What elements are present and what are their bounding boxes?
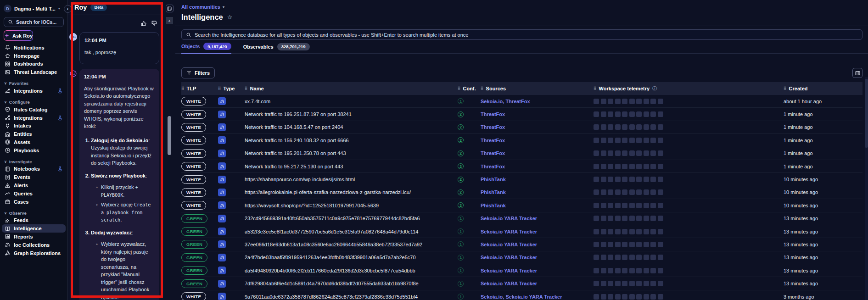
sidebar-item-assets[interactable]: Assets (2, 138, 66, 146)
sources-cell[interactable]: Sekoia.io, ThreatFox (481, 99, 594, 104)
sidebar-item-graph-explorations[interactable]: Graph Explorations (2, 249, 66, 257)
drag-grip-icon[interactable]: ⠿ (481, 86, 483, 91)
sidebar-item-playbooks[interactable]: Playbooks (2, 146, 66, 155)
thumbs-down-icon[interactable] (151, 20, 157, 27)
table-row[interactable]: WHITEhttps://shabanpourco.com/wp-include… (181, 173, 862, 186)
name-cell[interactable]: https://shabanpourco.com/wp-includes/js/… (245, 177, 458, 182)
name-cell[interactable]: 232cd945669391a40fc650ab3575711c0a9c975e… (245, 216, 458, 221)
communities-dropdown[interactable]: All communities ▾ (181, 4, 862, 10)
table-row[interactable]: GREENa532f3e3ec5e8f1ac0d37725907bc5a6d1e… (181, 225, 862, 238)
column-header-sources[interactable]: ⠿Sources (481, 86, 594, 91)
panel-collapse-icon[interactable] (166, 5, 174, 12)
sidebar-section-configure[interactable]: ∨Configure (4, 100, 67, 105)
column-header-created[interactable]: ⠿Created (784, 86, 862, 91)
name-cell[interactable]: Network traffic to 104.168.5.47 on port … (245, 124, 458, 130)
name-cell[interactable]: https://allegrolokalnie.pl-oferta-szafka… (245, 189, 458, 195)
table-row[interactable]: WHITEhttps://wavysoft.shop/cpn/?id=12525… (181, 199, 862, 212)
table-row[interactable]: WHITENetwork traffic to 156.240.108.32 o… (181, 134, 862, 147)
filters-button[interactable]: Filters (181, 67, 215, 78)
name-cell[interactable]: 9a76011aa0de6372a358787df862624a825c873c… (245, 294, 458, 300)
name-cell[interactable]: Network traffic to 195.201.250.78 on por… (245, 150, 458, 156)
name-cell[interactable]: https://wavysoft.shop/cpn/?id=1252518101… (245, 203, 458, 208)
sidebar-item-intakes[interactable]: Intakes (2, 122, 66, 130)
sidebar-section-favorites[interactable]: ∨Favorites (4, 81, 67, 86)
name-cell[interactable]: 2a4f7bde03baaf5f09195941263a4ee3fdfb0b48… (245, 255, 458, 260)
column-header-workspace-telemetry[interactable]: ⠿Workspace telemetryⓘ (594, 85, 784, 92)
tab-observables[interactable]: Observables 328,701,219 (243, 43, 310, 53)
name-cell[interactable]: 37ee066d18e93db613a1a08c3560e6ac2606644b… (245, 242, 458, 247)
intelligence-search-input[interactable]: Search the Intelligence database for all… (181, 29, 862, 40)
sidebar-item-cases[interactable]: Cases (2, 198, 66, 206)
sidebar-item-integrations[interactable]: Integrations (2, 114, 66, 122)
chat-scrollbar-thumb[interactable] (168, 116, 171, 155)
scroll-up-arrow[interactable]: ▲ (166, 17, 173, 24)
sources-cell[interactable]: Sekoia.io YARA Tracker (481, 268, 594, 273)
sources-cell[interactable]: ThreatFox (481, 124, 594, 130)
sources-cell[interactable]: Sekoia.io YARA Tracker (481, 281, 594, 286)
sidebar-item-queries[interactable]: Queries (2, 189, 66, 198)
drag-grip-icon[interactable]: ⠿ (784, 86, 786, 91)
sources-cell[interactable]: PhishTank (481, 189, 594, 195)
table-row[interactable]: WHITENetwork traffic to 195.201.250.78 o… (181, 147, 862, 160)
sources-cell[interactable]: Sekoia.io YARA Tracker (481, 229, 594, 234)
sidebar-item-feeds[interactable]: Feeds (2, 217, 66, 225)
name-cell[interactable]: xx.7.4t.com (245, 99, 458, 104)
sidebar-item-alerts[interactable]: Alerts (2, 181, 66, 189)
sources-cell[interactable]: Sekoia.io YARA Tracker (481, 242, 594, 247)
drag-grip-icon[interactable]: ⠿ (594, 86, 596, 91)
main-scrollbar-thumb[interactable] (865, 79, 868, 148)
sidebar-item-events[interactable]: Events (2, 173, 66, 181)
table-row[interactable]: GREENda5f49480920b4b00f6c2f2cb117660eda2… (181, 264, 862, 277)
table-row[interactable]: WHITENetwork traffic to 196.251.87.197 o… (181, 108, 862, 121)
sidebar-item-reports[interactable]: Reports (2, 233, 66, 241)
main-scrollbar[interactable] (865, 77, 868, 300)
table-row[interactable]: WHITENetwork traffic to 95.217.25.130 on… (181, 160, 862, 173)
sources-cell[interactable]: Sekoia.io YARA Tracker (481, 255, 594, 260)
sidebar-item-notebooks[interactable]: Notebooks (2, 165, 66, 173)
table-row[interactable]: WHITEhttps://allegrolokalnie.pl-oferta-s… (181, 186, 862, 199)
drag-grip-icon[interactable]: ⠿ (218, 86, 221, 91)
sidebar-item-homepage[interactable]: Homepage (2, 52, 66, 60)
sources-cell[interactable]: PhishTank (481, 203, 594, 208)
column-header-tlp[interactable]: ⠿TLP (181, 86, 218, 91)
name-cell[interactable]: Network traffic to 95.217.25.130 on port… (245, 164, 458, 169)
table-row[interactable]: GREEN2a4f7bde03baaf5f09195941263a4ee3fdf… (181, 251, 862, 264)
sidebar-section-observe[interactable]: ∨Observe (4, 211, 67, 216)
sidebar-section-investigate[interactable]: ∨Investigate (4, 159, 67, 164)
sidebar-item-rules-catalog[interactable]: Rules Catalog (2, 106, 66, 114)
sidebar-item-intelligence[interactable]: Intelligence (2, 224, 66, 233)
thumbs-up-icon[interactable] (140, 20, 147, 27)
name-cell[interactable]: da5f49480920b4b00f6c2f2cb117660eda29f136… (245, 268, 458, 273)
sidebar-item-notifications[interactable]: Notifications (2, 44, 66, 52)
sources-cell[interactable]: ThreatFox (481, 111, 594, 117)
sidebar-item-entities[interactable]: Entities (2, 130, 66, 138)
name-cell[interactable]: Network traffic to 196.251.87.197 on por… (245, 111, 458, 117)
column-header-name[interactable]: ⠿Name (245, 86, 458, 91)
columns-settings-icon[interactable] (852, 68, 862, 78)
table-row[interactable]: GREEN232cd945669391a40fc650ab3575711c0a9… (181, 212, 862, 225)
ask-roy-button[interactable]: Ask Roy (4, 30, 33, 41)
sidebar-item-dashboards[interactable]: Dashboards (2, 60, 66, 68)
name-cell[interactable]: 7df629804ab6f6e4d1c5891d4a7970dd6dd38bdf… (245, 281, 458, 286)
name-cell[interactable]: Network traffic to 156.240.108.32 on por… (245, 138, 458, 143)
sidebar-item-ioc-collections[interactable]: Ioc Collections (2, 241, 66, 249)
table-row[interactable]: GREEN37ee066d18e93db613a1a08c3560e6ac260… (181, 238, 862, 251)
sources-cell[interactable]: PhishTank (481, 177, 594, 182)
drag-grip-icon[interactable]: ⠿ (245, 86, 247, 91)
sidebar-item-integrations[interactable]: Integrations (2, 87, 66, 95)
table-row[interactable]: WHITENetwork traffic to 104.168.5.47 on … (181, 121, 862, 134)
sources-cell[interactable]: ThreatFox (481, 138, 594, 143)
drag-grip-icon[interactable]: ⠿ (458, 86, 460, 91)
search-iocs-input[interactable]: Search for IOCs... (4, 17, 64, 27)
table-row[interactable]: GREEN7df629804ab6f6e4d1c5891d4a7970dd6dd… (181, 277, 862, 290)
column-header-conf[interactable]: ⠿Conf. (458, 86, 481, 91)
sources-cell[interactable]: Sekoia.io YARA Tracker (481, 216, 594, 221)
name-cell[interactable]: a532f3e3ec5e8f1ac0d37725907bc5a6d1e5c315… (245, 229, 458, 234)
favorite-star-icon[interactable]: ☆ (227, 14, 233, 21)
drag-grip-icon[interactable]: ⠿ (181, 86, 184, 91)
sources-cell[interactable]: Sekoia.io, Sekoia.io YARA Tracker (481, 294, 594, 300)
table-row[interactable]: WHITE9a76011aa0de6372a358787df862624a825… (181, 290, 862, 300)
sources-cell[interactable]: ThreatFox (481, 164, 594, 169)
column-header-type[interactable]: ⠿Type (218, 86, 245, 91)
sidebar-collapse-button[interactable]: ‹ (64, 5, 72, 13)
